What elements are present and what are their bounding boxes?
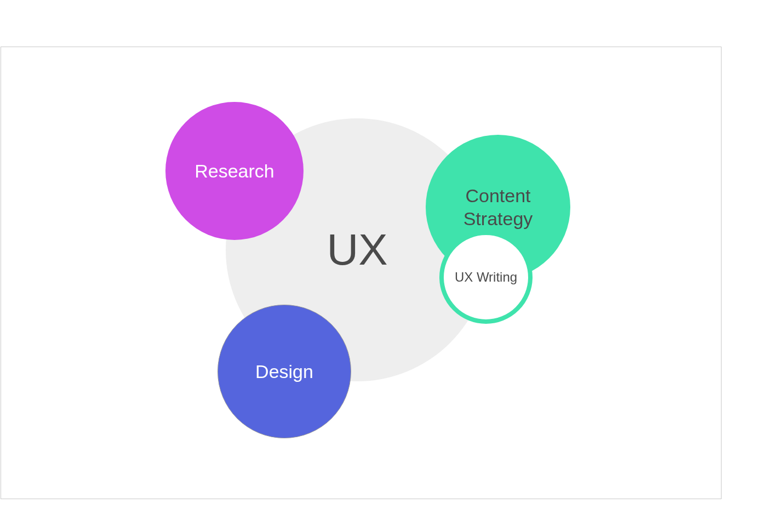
diagram-frame: UX Research ContentStrategy UX Writing D… bbox=[1, 47, 722, 499]
content-strategy-label: ContentStrategy bbox=[463, 184, 533, 231]
ux-writing-label: UX Writing bbox=[455, 269, 517, 285]
research-circle: Research bbox=[165, 102, 304, 240]
ux-writing-circle: UX Writing bbox=[439, 231, 533, 324]
design-circle: Design bbox=[217, 305, 351, 438]
ux-center-label: UX bbox=[327, 222, 387, 277]
research-label: Research bbox=[194, 159, 274, 183]
design-label: Design bbox=[255, 360, 313, 384]
